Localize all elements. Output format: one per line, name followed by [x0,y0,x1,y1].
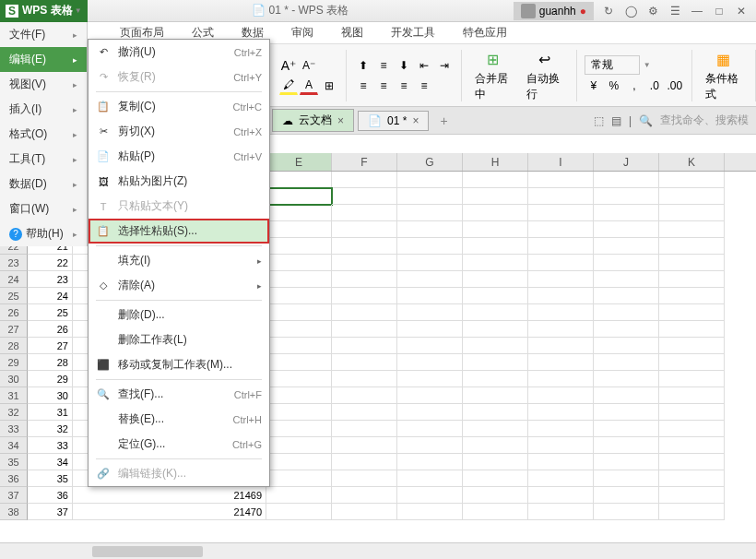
row-header[interactable]: 38 [0,504,28,520]
cell[interactable] [463,454,528,470]
left-menu-insert[interactable]: 插入(I)▸ [0,97,87,122]
col-header[interactable]: K [659,153,725,171]
cell[interactable] [397,238,463,255]
comma-icon[interactable]: , [625,77,644,95]
cell[interactable] [528,304,594,321]
submenu-item[interactable]: 删除工作表(L) [89,327,269,352]
cell[interactable]: 33 [28,437,73,454]
cell[interactable] [463,271,528,288]
row-header[interactable]: 34 [0,437,28,454]
cell[interactable] [397,271,463,288]
row-header[interactable]: 30 [0,371,28,387]
cell[interactable]: 22 [28,255,73,271]
cell[interactable] [463,205,528,221]
cell[interactable] [332,255,397,271]
cell[interactable] [332,454,397,470]
cell[interactable] [659,188,725,205]
horizontal-scrollbar[interactable] [0,542,756,559]
cell[interactable] [528,321,594,338]
cell[interactable] [332,238,397,255]
cell[interactable] [528,354,594,371]
row-header[interactable]: 24 [0,271,28,288]
cell[interactable] [659,437,725,454]
submenu-item[interactable]: ↶撤消(U)Ctrl+Z [89,40,269,65]
cell[interactable] [594,271,659,288]
cell[interactable] [594,221,659,238]
close-tab-icon[interactable]: × [337,114,344,127]
percent-icon[interactable]: % [605,77,623,95]
font-size-decrease-icon[interactable]: A⁻ [300,56,318,75]
cell[interactable] [332,421,397,437]
cell[interactable] [266,470,332,487]
border-icon[interactable]: ⊞ [320,77,338,95]
cell[interactable] [528,487,594,504]
cell[interactable]: 21470 [73,504,266,520]
cell[interactable] [463,487,528,504]
cell[interactable] [528,188,594,205]
cell[interactable] [594,387,659,404]
row-header[interactable]: 33 [0,421,28,437]
left-menu-format[interactable]: 格式(O)▸ [0,122,87,147]
row-header[interactable]: 29 [0,354,28,371]
cell[interactable] [266,404,332,421]
currency-icon[interactable]: ¥ [585,77,603,95]
cell[interactable] [528,338,594,354]
cell[interactable] [332,371,397,387]
cell[interactable] [397,421,463,437]
decimal-increase-icon[interactable]: .0 [645,77,664,95]
cell[interactable] [397,221,463,238]
circle-icon[interactable]: ◯ [623,4,638,18]
cell[interactable] [266,504,332,520]
cell[interactable] [594,504,659,520]
cell[interactable] [266,255,332,271]
cell[interactable] [332,338,397,354]
align-center-icon[interactable]: ≡ [374,77,393,95]
font-size-increase-icon[interactable]: A⁺ [279,56,298,75]
cell[interactable] [594,470,659,487]
cell[interactable] [463,421,528,437]
cell[interactable] [594,487,659,504]
cell[interactable] [594,354,659,371]
cell[interactable] [528,255,594,271]
cell[interactable] [463,221,528,238]
sync-icon[interactable]: ↻ [601,4,616,18]
user-area[interactable]: guanhh● [514,2,594,20]
left-menu-data[interactable]: 数据(D)▸ [0,172,87,196]
cell[interactable] [332,304,397,321]
search-icon[interactable]: 🔍 [639,114,653,127]
submenu-item[interactable]: 删除(D)... [89,303,269,327]
cell[interactable] [594,421,659,437]
app-badge[interactable]: SWPS 表格▼ [0,0,88,22]
cell[interactable] [266,172,332,188]
cell[interactable] [594,404,659,421]
row-header[interactable]: 36 [0,470,28,487]
cell[interactable] [266,238,332,255]
cell[interactable] [397,288,463,304]
cell[interactable] [266,188,332,205]
cell[interactable] [659,487,725,504]
row-header[interactable]: 23 [0,255,28,271]
submenu-item[interactable]: ◇清除(A)▸ [89,273,269,298]
cell[interactable]: 26 [28,321,73,338]
cell[interactable] [528,221,594,238]
cell[interactable] [332,221,397,238]
cell[interactable] [594,188,659,205]
cell[interactable] [397,205,463,221]
cell[interactable]: 21469 [73,487,266,504]
col-header[interactable]: J [594,153,659,171]
cell[interactable] [463,188,528,205]
cell[interactable]: 36 [28,487,73,504]
merge-center-button[interactable]: ⊞合并居中 [469,47,517,104]
cell[interactable] [332,387,397,404]
row-header[interactable]: 31 [0,387,28,404]
submenu-item[interactable]: 替换(E)...Ctrl+H [89,407,269,432]
cell[interactable] [332,172,397,188]
submenu-item[interactable]: 🖼粘贴为图片(Z) [89,169,269,194]
cell[interactable] [659,321,725,338]
cell[interactable] [463,338,528,354]
cell[interactable] [528,271,594,288]
row-header[interactable]: 25 [0,288,28,304]
cell[interactable] [266,321,332,338]
cell[interactable]: 37 [28,504,73,520]
cell[interactable] [528,288,594,304]
